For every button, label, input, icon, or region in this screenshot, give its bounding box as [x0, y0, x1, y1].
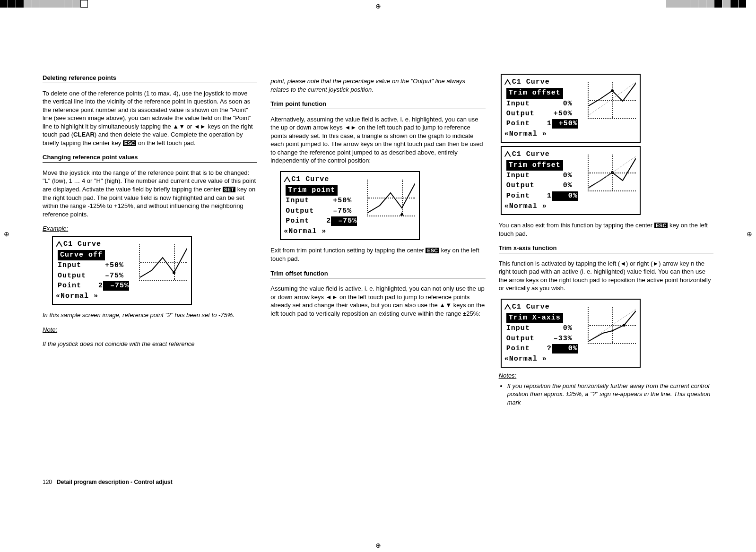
curve-icon — [56, 241, 62, 247]
note-heading: Note: — [43, 326, 257, 334]
lcd-nav: «Normal » — [56, 292, 188, 301]
heading-trim-point: Trim point function — [270, 100, 485, 109]
esc-key: ESC — [426, 248, 439, 253]
lcd-trim-x: C1 Curve Trim X-axis Input0% Output–33% … — [501, 299, 641, 368]
set-key: SET — [223, 187, 235, 192]
heading-deleting: Deleting reference points — [43, 74, 257, 83]
example-label: Example: — [43, 224, 257, 233]
svg-point-2 — [611, 89, 614, 92]
notes-list: If you reposition the point horizontally… — [499, 382, 713, 407]
text-changing: Move the joystick into the range of the … — [43, 169, 257, 218]
page-footer: 120 Detail program description - Control… — [43, 478, 173, 486]
text-deleting: To delete one of the reference points (1… — [43, 89, 257, 147]
heading-trim-x: Trim x-axis function — [499, 244, 713, 253]
note-item: If you reposition the point horizontally… — [507, 382, 713, 407]
crosshair-left-icon: ⊕ — [4, 230, 9, 239]
text-trim-point: Alternatively, assuming the value field … — [270, 115, 485, 165]
column-2: point, please note that the percentage v… — [270, 71, 485, 407]
footer-title: Detail program description - Control adj… — [57, 479, 173, 485]
curve-icon — [504, 304, 511, 310]
lcd-nav: «Normal » — [504, 354, 637, 364]
lcd-graph — [588, 155, 636, 191]
curve-icon — [284, 176, 290, 182]
crosshair-right-icon: ⊕ — [747, 230, 752, 239]
text-esc-exit-2: You can also exit from this function by … — [499, 221, 713, 238]
lcd-graph — [588, 82, 636, 119]
note-text: If the joystick does not coincide with t… — [43, 340, 257, 348]
heading-changing: Changing reference point values — [43, 153, 257, 163]
lcd-graph — [588, 307, 636, 344]
esc-key: ESC — [123, 140, 137, 146]
lcd-nav: «Normal » — [284, 227, 416, 236]
lcd-trim-offset-1: C1 Curve Trim offset Input0% Output+50% … — [501, 74, 641, 143]
crosshair-bottom-icon: ⊕ — [375, 541, 381, 550]
reg-marks-top-right — [666, 0, 747, 8]
page-number: 120 — [43, 479, 52, 485]
lcd-nav: «Normal » — [504, 202, 637, 211]
column-3: C1 Curve Trim offset Input0% Output+50% … — [499, 71, 713, 407]
text-esc-exit: Exit from trim point function setting by… — [270, 246, 485, 263]
crosshair-top-icon: ⊕ — [375, 2, 381, 11]
curve-icon — [504, 151, 511, 157]
page: ⊕ ⊕ ⊕ ⊕ Deleting reference points To del… — [0, 0, 756, 552]
lcd-trim-offset-2: C1 Curve Trim offset Input0% Output0% Po… — [501, 146, 641, 216]
text-caption: In this sample screen image, reference p… — [43, 311, 257, 319]
lcd-nav: «Normal » — [504, 129, 637, 139]
esc-key: ESC — [654, 223, 668, 228]
content-columns: Deleting reference points To delete one … — [0, 0, 756, 407]
notes-heading: Notes: — [499, 371, 713, 380]
svg-point-4 — [623, 324, 626, 327]
curve-icon — [504, 79, 511, 85]
lcd-graph — [367, 180, 415, 216]
lcd-trim-point: C1 Curve Trim point Input+50% Output–75%… — [280, 171, 420, 241]
svg-point-0 — [173, 271, 175, 274]
heading-trim-offset: Trim offset function — [270, 269, 485, 279]
lcd-graph — [139, 244, 187, 281]
text-continued: point, please note that the percentage v… — [270, 77, 485, 94]
text-trim-offset: Assuming the value field is active, i. e… — [270, 285, 485, 318]
svg-marker-1 — [400, 212, 404, 216]
lcd-curve-off: C1 Curve Curve off Input+50% Output–75% … — [52, 236, 192, 305]
text-trim-x: This function is activated by tapping th… — [499, 259, 713, 293]
column-1: Deleting reference points To delete one … — [43, 71, 257, 407]
